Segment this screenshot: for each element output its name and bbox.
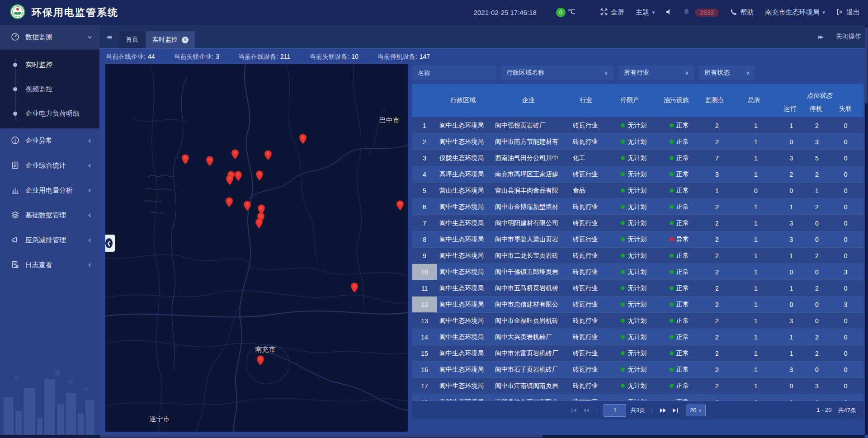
column-header-industry: 行业 [568, 84, 604, 117]
name-filter-input[interactable] [412, 66, 496, 80]
next-page-button[interactable] [659, 407, 667, 414]
cell-treatment: 正常 [659, 215, 699, 231]
cell-halted: 2 [806, 199, 828, 215]
cell-total-meter: 1 [735, 280, 777, 296]
sidebar-group-enterprise-stats[interactable]: 企业综合统计 [0, 153, 99, 178]
page-size-select[interactable]: 20 ∨ [686, 405, 706, 416]
last-page-button[interactable] [671, 407, 679, 414]
map-pin[interactable] [299, 134, 307, 144]
page-number-input[interactable] [604, 404, 626, 417]
brand: 环保用电监管系统 [0, 4, 118, 21]
layers-icon [11, 211, 19, 221]
sidebar-group-emergency-reduction[interactable]: 应急减排管理 [0, 228, 99, 253]
scrollbar-thumb[interactable] [99, 435, 542, 438]
sidebar-collapse-button[interactable]: ❮ [105, 235, 115, 252]
map-pin[interactable] [226, 175, 233, 185]
cell-index: 13 [412, 313, 437, 329]
sidebar-group-enterprise-abnormal[interactable]: 企业异常 [0, 128, 99, 153]
cell-stop-plan: 无计划 [608, 345, 659, 361]
cell-stop-plan: 无计划 [608, 378, 659, 394]
treatment-text: 正常 [676, 366, 689, 374]
sidebar-group-data-monitoring[interactable]: 数据监测 [0, 25, 99, 50]
notifications-button[interactable]: 2632 [683, 8, 719, 17]
tab-close-icon[interactable]: ✕ [182, 37, 189, 43]
sidebar-group-base-data-management[interactable]: 基础数据管理 [0, 203, 99, 228]
table-row[interactable]: 16阆中生态环境局阆中市石子页岩机砖厂砖瓦行业无计划正常21300 [412, 362, 863, 378]
megaphone-icon [11, 235, 19, 245]
table-row[interactable]: 17阆中生态环境局阆中市江南镇阆南页岩砖瓦行业无计划正常21030 [412, 378, 863, 394]
tabs-scroll-left-button[interactable]: ◀◀ [106, 25, 110, 48]
cell-company: 西南油气田分公司川中 [491, 150, 573, 166]
cell-company: 阆中市枣碧大梁山页岩 [491, 231, 573, 247]
map-pin[interactable] [243, 201, 251, 211]
enterprise-panel: 行政区域名称 ∨ 所有行业 ∨ 所有状态 ∨ 行政区域企业行业停限产治污设施监测… [412, 64, 863, 419]
cell-index: 10 [412, 264, 437, 280]
org-dropdown[interactable]: 南充市生态环境局 ▾ [765, 8, 825, 17]
table-row[interactable]: 12阆中生态环境局阆中市忠信建材有限公砖瓦行业无计划正常21003 [412, 297, 863, 313]
stop-plan-text: 无计划 [627, 203, 646, 211]
cell-monitor-points: 7 [699, 150, 735, 166]
table-row[interactable]: 9阆中生态环境局阆中市二龙长宝页岩砖砖瓦行业无计划正常21120 [412, 248, 863, 264]
fullscreen-button[interactable]: 全屏 [600, 8, 624, 17]
table-row[interactable]: 15阆中生态环境局阆中市光富页岩机砖厂砖瓦行业无计划正常21120 [412, 345, 863, 362]
map-pin[interactable] [206, 156, 213, 166]
cell-halted: 3 [806, 378, 828, 394]
sidebar-group-label: 数据监测 [25, 33, 52, 42]
tab-realtime-monitor[interactable]: 实时监控 ✕ [146, 31, 195, 48]
map-pin[interactable] [226, 197, 233, 207]
sidebar-group-power-usage-analysis[interactable]: 企业用电量分析 [0, 178, 99, 203]
first-page-button[interactable] [570, 407, 578, 414]
horizontal-scrollbar[interactable] [0, 435, 865, 438]
table-row[interactable]: 3仪陇生态环境局西南油气田分公司川中化工无计划正常71350 [412, 150, 863, 166]
table-row[interactable]: 10阆中生态环境局阆中千佛镇五郎垭页岩砖瓦行业无计划正常21003 [412, 264, 863, 280]
cell-offline: 0 [828, 345, 863, 361]
cell-index: 17 [412, 378, 437, 394]
table-row[interactable]: 13阆中生态环境局阆中市金福旺页岩机砖砖瓦行业无计划正常21300 [412, 313, 863, 329]
table-row[interactable]: 14阆中生态环境局阆中大兴页岩机砖厂砖瓦行业无计划正常21120 [412, 329, 863, 345]
vertical-scrollbar[interactable] [865, 25, 868, 435]
table-row[interactable]: 11阆中生态环境局阆中市五马桥页岩机砖砖瓦行业无计划正常21120 [412, 280, 863, 297]
map-pin[interactable] [255, 218, 263, 229]
theme-dropdown[interactable]: 主题 ▾ [636, 8, 655, 17]
region-filter-select[interactable]: 行政区域名称 ∨ [501, 66, 613, 80]
scrollbar-thumb[interactable] [865, 27, 868, 104]
help-button[interactable]: 帮助 [730, 8, 754, 17]
table-row[interactable]: 1阆中生态环境局阆中强锐页岩砖厂砖瓦行业无计划正常21120 [412, 118, 863, 134]
cell-running: 1 [777, 118, 806, 133]
map-panel[interactable]: 巴中市南充市遂宁市 ❮ [105, 64, 408, 432]
cell-running: 1 [777, 280, 806, 296]
status-filter-select[interactable]: 所有状态 ∨ [699, 66, 755, 80]
stat-label: 当前在线设备: [238, 53, 278, 60]
table-row[interactable]: 18南部生态环境局南部县砖化页岩有限公建材加工无计划正常60060 [412, 394, 863, 400]
table-row[interactable]: 8阆中生态环境局阆中市枣碧大梁山页岩砖瓦行业无计划异常21300 [412, 231, 863, 248]
map-pin[interactable] [396, 200, 404, 211]
logout-button[interactable]: 退出 [836, 8, 860, 17]
mute-button[interactable] [666, 9, 672, 16]
cell-offline: 0 [828, 150, 863, 166]
map-pin[interactable] [256, 170, 264, 181]
tabs-scroll-right-button[interactable]: ▶▶ [818, 34, 822, 39]
tab-home[interactable]: 首页 [119, 31, 145, 48]
prev-page-button[interactable] [582, 407, 590, 414]
industry-filter-select[interactable]: 所有行业 ∨ [618, 66, 694, 80]
stop-plan-text: 无计划 [627, 301, 646, 309]
table-row[interactable]: 5营山生态环境局营山县润丰肉食品有限食品无计划正常10010 [412, 183, 863, 199]
close-operations-button[interactable]: 关闭操作 [836, 33, 861, 41]
map-pin[interactable] [351, 283, 359, 293]
sidebar-item-realtime-monitor[interactable]: 实时监控 [0, 52, 99, 77]
map-pin[interactable] [182, 154, 189, 165]
table-row[interactable]: 4高坪生态环境局南充市高坪区王家店建砖瓦行业无计划正常31220 [412, 166, 863, 183]
map-pin[interactable] [234, 171, 242, 181]
map-pin[interactable] [264, 150, 272, 160]
sidebar-item-video-monitor[interactable]: 视频监控 [0, 77, 99, 101]
table-row[interactable]: 7阆中生态环境局阆中明阳建材有限公司砖瓦行业无计划正常21300 [412, 215, 863, 231]
map-pin[interactable] [257, 355, 264, 366]
table-row[interactable]: 6阆中生态环境局阆中市金博瑞新型墙材砖瓦行业无计划正常21120 [412, 199, 863, 215]
cell-total-meter: 1 [735, 297, 777, 312]
sidebar-group-log-view[interactable]: 日志查看 [0, 253, 99, 278]
table-row[interactable]: 2阆中生态环境局阆中市南方节能建材有砖瓦行业无计划正常21030 [412, 134, 863, 150]
sidebar-item-power-load-detail[interactable]: 企业电力负荷明细 [0, 101, 99, 126]
map-pin[interactable] [231, 149, 239, 160]
cell-index: 8 [412, 231, 437, 247]
cell-total-meter: 1 [735, 345, 777, 361]
